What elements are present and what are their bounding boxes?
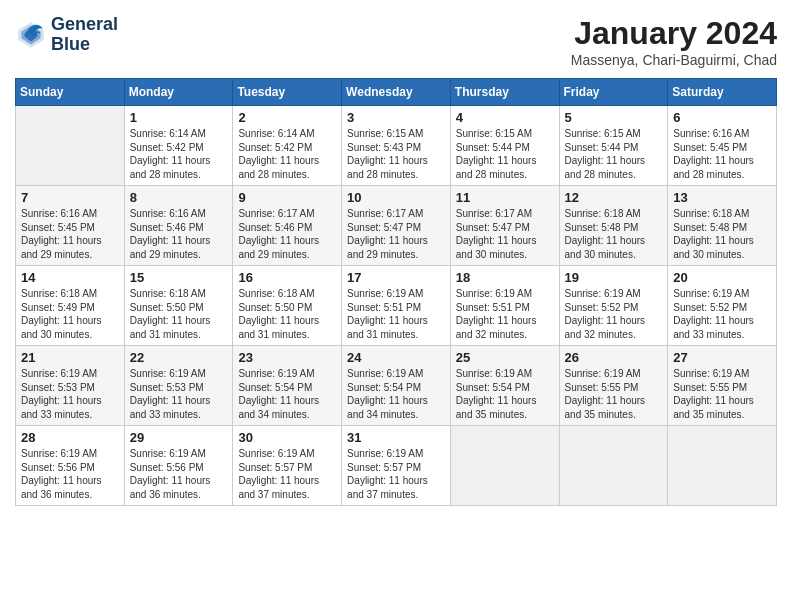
day-number: 25 [456,350,554,365]
day-info: Sunrise: 6:19 AM Sunset: 5:56 PM Dayligh… [21,447,119,501]
day-number: 10 [347,190,445,205]
month-title: January 2024 [571,15,777,52]
page-header: General Blue January 2024 Massenya, Char… [15,15,777,68]
day-info: Sunrise: 6:18 AM Sunset: 5:48 PM Dayligh… [565,207,663,261]
header-monday: Monday [124,79,233,106]
day-number: 8 [130,190,228,205]
day-info: Sunrise: 6:15 AM Sunset: 5:44 PM Dayligh… [565,127,663,181]
day-number: 15 [130,270,228,285]
day-number: 30 [238,430,336,445]
day-number: 3 [347,110,445,125]
day-info: Sunrise: 6:16 AM Sunset: 5:45 PM Dayligh… [21,207,119,261]
day-number: 27 [673,350,771,365]
day-number: 7 [21,190,119,205]
calendar-cell: 29Sunrise: 6:19 AM Sunset: 5:56 PM Dayli… [124,426,233,506]
calendar-table: SundayMondayTuesdayWednesdayThursdayFrid… [15,78,777,506]
day-info: Sunrise: 6:19 AM Sunset: 5:51 PM Dayligh… [456,287,554,341]
calendar-cell: 21Sunrise: 6:19 AM Sunset: 5:53 PM Dayli… [16,346,125,426]
calendar-week-1: 1Sunrise: 6:14 AM Sunset: 5:42 PM Daylig… [16,106,777,186]
day-info: Sunrise: 6:19 AM Sunset: 5:53 PM Dayligh… [130,367,228,421]
day-info: Sunrise: 6:19 AM Sunset: 5:57 PM Dayligh… [238,447,336,501]
day-info: Sunrise: 6:14 AM Sunset: 5:42 PM Dayligh… [238,127,336,181]
calendar-cell: 9Sunrise: 6:17 AM Sunset: 5:46 PM Daylig… [233,186,342,266]
day-number: 23 [238,350,336,365]
logo: General Blue [15,15,118,55]
location-subtitle: Massenya, Chari-Baguirmi, Chad [571,52,777,68]
calendar-cell: 22Sunrise: 6:19 AM Sunset: 5:53 PM Dayli… [124,346,233,426]
calendar-cell: 6Sunrise: 6:16 AM Sunset: 5:45 PM Daylig… [668,106,777,186]
day-info: Sunrise: 6:19 AM Sunset: 5:53 PM Dayligh… [21,367,119,421]
calendar-cell: 20Sunrise: 6:19 AM Sunset: 5:52 PM Dayli… [668,266,777,346]
day-number: 14 [21,270,119,285]
header-saturday: Saturday [668,79,777,106]
calendar-cell: 1Sunrise: 6:14 AM Sunset: 5:42 PM Daylig… [124,106,233,186]
calendar-cell: 10Sunrise: 6:17 AM Sunset: 5:47 PM Dayli… [342,186,451,266]
calendar-header-row: SundayMondayTuesdayWednesdayThursdayFrid… [16,79,777,106]
calendar-cell [668,426,777,506]
day-info: Sunrise: 6:19 AM Sunset: 5:52 PM Dayligh… [673,287,771,341]
day-info: Sunrise: 6:18 AM Sunset: 5:50 PM Dayligh… [238,287,336,341]
day-info: Sunrise: 6:14 AM Sunset: 5:42 PM Dayligh… [130,127,228,181]
calendar-cell [559,426,668,506]
calendar-cell: 14Sunrise: 6:18 AM Sunset: 5:49 PM Dayli… [16,266,125,346]
calendar-cell: 18Sunrise: 6:19 AM Sunset: 5:51 PM Dayli… [450,266,559,346]
calendar-cell: 2Sunrise: 6:14 AM Sunset: 5:42 PM Daylig… [233,106,342,186]
day-number: 28 [21,430,119,445]
day-info: Sunrise: 6:15 AM Sunset: 5:44 PM Dayligh… [456,127,554,181]
day-number: 1 [130,110,228,125]
day-number: 6 [673,110,771,125]
day-number: 20 [673,270,771,285]
calendar-cell: 16Sunrise: 6:18 AM Sunset: 5:50 PM Dayli… [233,266,342,346]
calendar-cell [450,426,559,506]
day-number: 22 [130,350,228,365]
day-number: 18 [456,270,554,285]
day-info: Sunrise: 6:19 AM Sunset: 5:52 PM Dayligh… [565,287,663,341]
header-friday: Friday [559,79,668,106]
day-info: Sunrise: 6:19 AM Sunset: 5:55 PM Dayligh… [673,367,771,421]
day-info: Sunrise: 6:17 AM Sunset: 5:47 PM Dayligh… [347,207,445,261]
calendar-cell: 13Sunrise: 6:18 AM Sunset: 5:48 PM Dayli… [668,186,777,266]
day-info: Sunrise: 6:19 AM Sunset: 5:56 PM Dayligh… [130,447,228,501]
calendar-cell: 25Sunrise: 6:19 AM Sunset: 5:54 PM Dayli… [450,346,559,426]
day-info: Sunrise: 6:19 AM Sunset: 5:57 PM Dayligh… [347,447,445,501]
day-number: 16 [238,270,336,285]
header-sunday: Sunday [16,79,125,106]
header-tuesday: Tuesday [233,79,342,106]
day-number: 5 [565,110,663,125]
title-block: January 2024 Massenya, Chari-Baguirmi, C… [571,15,777,68]
day-info: Sunrise: 6:18 AM Sunset: 5:50 PM Dayligh… [130,287,228,341]
day-info: Sunrise: 6:16 AM Sunset: 5:45 PM Dayligh… [673,127,771,181]
calendar-cell: 4Sunrise: 6:15 AM Sunset: 5:44 PM Daylig… [450,106,559,186]
day-info: Sunrise: 6:17 AM Sunset: 5:47 PM Dayligh… [456,207,554,261]
day-number: 11 [456,190,554,205]
day-number: 13 [673,190,771,205]
day-number: 31 [347,430,445,445]
day-number: 9 [238,190,336,205]
day-info: Sunrise: 6:18 AM Sunset: 5:48 PM Dayligh… [673,207,771,261]
day-number: 19 [565,270,663,285]
calendar-cell: 30Sunrise: 6:19 AM Sunset: 5:57 PM Dayli… [233,426,342,506]
logo-line1: General [51,15,118,35]
day-info: Sunrise: 6:15 AM Sunset: 5:43 PM Dayligh… [347,127,445,181]
day-number: 24 [347,350,445,365]
calendar-cell: 17Sunrise: 6:19 AM Sunset: 5:51 PM Dayli… [342,266,451,346]
calendar-week-2: 7Sunrise: 6:16 AM Sunset: 5:45 PM Daylig… [16,186,777,266]
calendar-cell: 23Sunrise: 6:19 AM Sunset: 5:54 PM Dayli… [233,346,342,426]
day-number: 26 [565,350,663,365]
day-info: Sunrise: 6:19 AM Sunset: 5:54 PM Dayligh… [347,367,445,421]
day-number: 4 [456,110,554,125]
day-info: Sunrise: 6:18 AM Sunset: 5:49 PM Dayligh… [21,287,119,341]
calendar-cell: 19Sunrise: 6:19 AM Sunset: 5:52 PM Dayli… [559,266,668,346]
calendar-week-3: 14Sunrise: 6:18 AM Sunset: 5:49 PM Dayli… [16,266,777,346]
day-number: 12 [565,190,663,205]
day-info: Sunrise: 6:17 AM Sunset: 5:46 PM Dayligh… [238,207,336,261]
calendar-cell: 7Sunrise: 6:16 AM Sunset: 5:45 PM Daylig… [16,186,125,266]
calendar-cell: 31Sunrise: 6:19 AM Sunset: 5:57 PM Dayli… [342,426,451,506]
calendar-cell: 5Sunrise: 6:15 AM Sunset: 5:44 PM Daylig… [559,106,668,186]
day-number: 17 [347,270,445,285]
logo-text: General Blue [51,15,118,55]
calendar-cell: 27Sunrise: 6:19 AM Sunset: 5:55 PM Dayli… [668,346,777,426]
logo-line2: Blue [51,35,118,55]
day-info: Sunrise: 6:16 AM Sunset: 5:46 PM Dayligh… [130,207,228,261]
day-number: 2 [238,110,336,125]
